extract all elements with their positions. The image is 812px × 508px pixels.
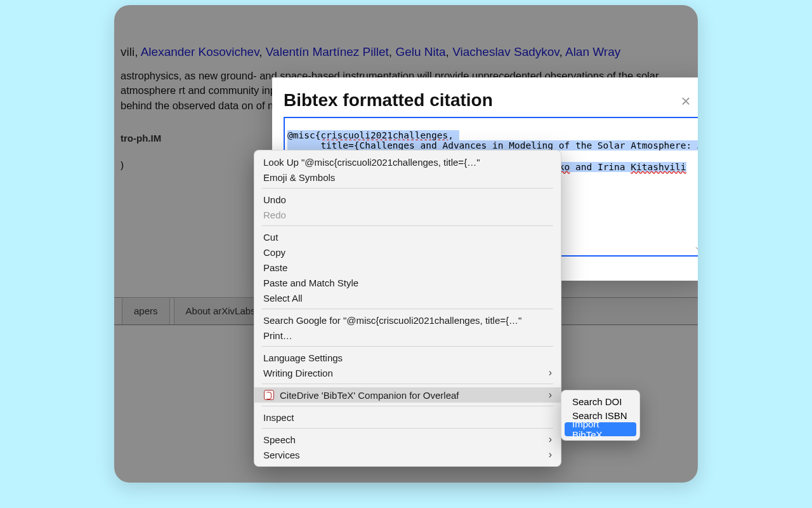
menu-services[interactable]: Services ›: [254, 447, 561, 462]
menu-label: Language Settings: [263, 352, 343, 363]
menu-label: Copy: [263, 247, 285, 258]
menu-cut[interactable]: Cut: [254, 229, 561, 244]
submenu-import-bibtex[interactable]: Import BibTeX: [565, 422, 636, 436]
modal-title: Bibtex formatted citation: [284, 90, 693, 110]
menu-separator: [262, 384, 553, 384]
menu-paste-match-style[interactable]: Paste and Match Style: [254, 275, 561, 290]
menu-label: Cut: [263, 232, 278, 243]
menu-writing-direction[interactable]: Writing Direction ›: [254, 365, 561, 380]
menu-separator: [262, 188, 553, 189]
menu-label: Paste: [263, 262, 287, 273]
menu-inspect[interactable]: Inspect: [254, 410, 561, 425]
menu-label: Select All: [263, 293, 303, 304]
menu-label: Paste and Match Style: [263, 277, 358, 288]
close-icon[interactable]: ×: [678, 94, 693, 109]
menu-speech[interactable]: Speech ›: [254, 432, 561, 447]
textarea-resize-handle[interactable]: [691, 245, 698, 254]
menu-separator: [262, 406, 553, 406]
citedrive-submenu: Search DOI Search ISBN Import BibTeX: [561, 390, 640, 441]
menu-citedrive-extension[interactable]: CiteDrive 'BibTeX' Companion for Overlea…: [254, 387, 561, 403]
menu-separator: [262, 225, 553, 226]
menu-label: Redo: [263, 210, 286, 220]
submenu-search-doi[interactable]: Search DOI: [565, 394, 636, 408]
menu-label: Inspect: [263, 412, 294, 423]
menu-paste[interactable]: Paste: [254, 260, 561, 275]
chevron-right-icon: ›: [549, 389, 552, 401]
menu-label: Services: [263, 450, 300, 460]
menu-print[interactable]: Print…: [254, 328, 561, 343]
citedrive-icon: [263, 389, 275, 401]
menu-label: Writing Direction: [263, 368, 333, 378]
menu-label: Search Google for "@misc{criscuoli2021ch…: [263, 315, 521, 326]
menu-label: Print…: [263, 330, 292, 341]
menu-select-all[interactable]: Select All: [254, 290, 561, 305]
menu-separator: [262, 346, 553, 347]
context-menu: Look Up "@misc{criscuoli2021challenges, …: [254, 150, 561, 467]
menu-copy[interactable]: Copy: [254, 244, 561, 260]
menu-label: Look Up "@misc{criscuoli2021challenges, …: [263, 157, 480, 168]
menu-search-google[interactable]: Search Google for "@misc{criscuoli2021ch…: [254, 312, 561, 328]
menu-emoji-symbols[interactable]: Emoji & Symbols: [254, 170, 561, 185]
menu-label: CiteDrive 'BibTeX' Companion for Overlea…: [280, 390, 459, 401]
chevron-right-icon: ›: [549, 367, 552, 378]
menu-language-settings[interactable]: Language Settings: [254, 350, 561, 365]
menu-undo[interactable]: Undo: [254, 192, 561, 207]
menu-separator: [262, 309, 553, 309]
chevron-right-icon: ›: [549, 449, 552, 460]
menu-separator: [262, 428, 553, 429]
menu-redo: Redo: [254, 207, 561, 222]
menu-label: Undo: [263, 194, 286, 205]
chevron-right-icon: ›: [549, 434, 552, 445]
menu-lookup[interactable]: Look Up "@misc{criscuoli2021challenges, …: [254, 154, 561, 170]
menu-label: Speech: [263, 434, 296, 445]
menu-label: Emoji & Symbols: [263, 172, 335, 183]
